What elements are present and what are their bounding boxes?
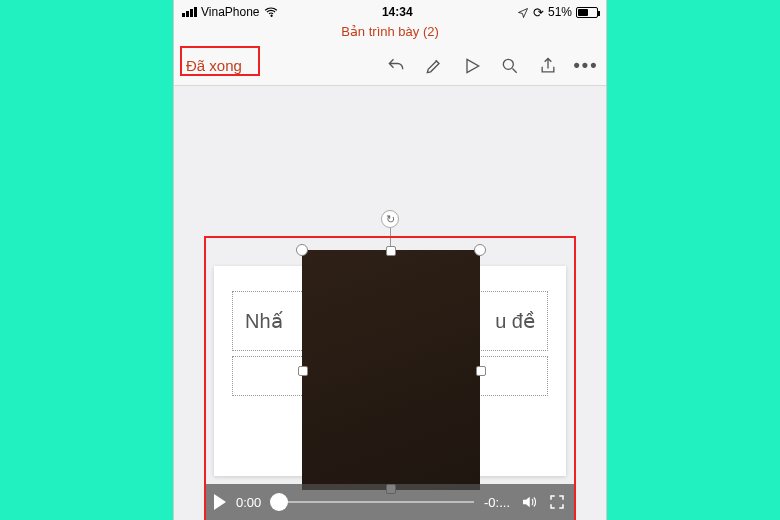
- location-icon: [517, 5, 529, 19]
- search-button[interactable]: [498, 54, 522, 78]
- status-left: VinaPhone: [182, 5, 278, 20]
- media-current-time: 0:00: [236, 495, 261, 510]
- draw-button[interactable]: [422, 54, 446, 78]
- wifi-icon: [264, 5, 278, 20]
- more-button[interactable]: •••: [574, 54, 598, 78]
- selection-handle-tm[interactable]: [386, 246, 396, 256]
- media-progress-track[interactable]: [271, 501, 474, 503]
- status-time: 14:34: [382, 5, 413, 19]
- play-button[interactable]: [214, 494, 226, 510]
- media-controls: 0:00 -0:...: [204, 484, 576, 520]
- undo-button[interactable]: [384, 54, 408, 78]
- media-progress-thumb[interactable]: [270, 493, 288, 511]
- share-button[interactable]: [536, 54, 560, 78]
- selection-handle-ml[interactable]: [298, 366, 308, 376]
- signal-icon: [182, 7, 197, 17]
- carrier-label: VinaPhone: [201, 5, 260, 19]
- slide-canvas[interactable]: Nhấ u đề ↻ 0:00 -0:...: [174, 86, 606, 520]
- battery-saver-icon: ⟳: [533, 5, 544, 20]
- svg-point-0: [503, 59, 513, 69]
- title-text-left: Nhấ: [245, 309, 283, 333]
- present-button[interactable]: [460, 54, 484, 78]
- status-bar: VinaPhone 14:34 ⟳ 51%: [174, 0, 606, 24]
- selection-handle-mr[interactable]: [476, 366, 486, 376]
- volume-button[interactable]: [520, 493, 538, 511]
- title-text-right: u đề: [495, 309, 535, 333]
- media-remaining-time: -0:...: [484, 495, 510, 510]
- status-right: ⟳ 51%: [517, 5, 598, 20]
- selection-handle-tr[interactable]: [474, 244, 486, 256]
- fullscreen-button[interactable]: [548, 493, 566, 511]
- document-title[interactable]: Bản trình bày (2): [174, 24, 606, 46]
- selection-handle-tl[interactable]: [296, 244, 308, 256]
- done-button[interactable]: Đã xong: [182, 55, 246, 76]
- battery-icon: [576, 7, 598, 18]
- toolbar: Đã xong •••: [174, 46, 606, 86]
- rotate-handle[interactable]: ↻: [381, 210, 399, 228]
- inserted-media[interactable]: [302, 250, 480, 490]
- battery-percent: 51%: [548, 5, 572, 19]
- phone-frame: VinaPhone 14:34 ⟳ 51% Bản trình bày (2) …: [173, 0, 607, 520]
